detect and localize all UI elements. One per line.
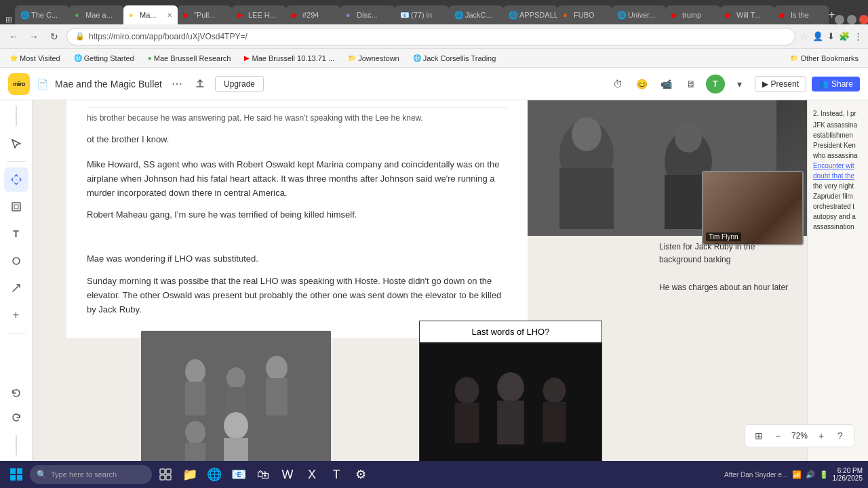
address-bar[interactable]: 🔒 https://miro.com/app/board/uXjVOsd4TPY… [66, 28, 795, 45]
mae-brussell-icon: ● [148, 54, 152, 62]
avatar-dropdown-icon[interactable]: ▾ [730, 75, 749, 94]
text-paragraph-5: Mae was wondering if LHO was substituted… [87, 252, 507, 266]
tab-2[interactable]: ● Mae a... [69, 5, 123, 24]
taskbar-teams[interactable]: T [326, 464, 347, 485]
windows-start-button[interactable] [5, 464, 27, 485]
browser-page-icon: ⊞ [3, 15, 15, 24]
tab-9[interactable]: 🌐 JackC... [449, 5, 503, 24]
tab-3-active[interactable]: ● Ma... ✕ [123, 5, 178, 24]
other-bookmarks[interactable]: 📁 Other Bookmarks [786, 53, 863, 64]
forward-button[interactable]: → [26, 28, 42, 45]
bookmark-star-icon[interactable]: ☆ [800, 31, 808, 42]
back-button[interactable]: ← [5, 28, 22, 45]
miro-app: miro 📄 Mae and the Magic Bullet ⋯ Upgrad… [0, 68, 868, 461]
fit-to-screen-button[interactable]: ⊞ [751, 428, 767, 444]
bookmark-most-visited[interactable]: ⭐ Most Visited [5, 53, 64, 64]
tab-14[interactable]: ▶ Will T... [720, 5, 774, 24]
taskbar-explorer[interactable]: 📁 [179, 464, 201, 485]
bookmark-mae-brussell-research[interactable]: ● Mae Brussell Research [144, 53, 235, 64]
tab-10[interactable]: 🌐 APPSDALL [503, 5, 557, 24]
far-right-line2: establishmen [813, 130, 863, 140]
tab-4-label: "Pull... [194, 11, 215, 19]
video-call-icon[interactable]: 📹 [657, 75, 676, 94]
downloads-icon[interactable]: ⬇ [827, 31, 835, 41]
taskbar-search[interactable]: 🔍 Type here to search [30, 465, 152, 484]
profile-icon[interactable]: 👤 [812, 31, 823, 41]
miro-menu-dots[interactable]: ⋯ [169, 75, 185, 93]
bookmark-jack-corsellis[interactable]: 🌐 Jack Corsellis Trading [409, 53, 500, 64]
tab-1[interactable]: 🌐 The C... [15, 5, 69, 24]
tab-4[interactable]: ▶ "Pull... [178, 5, 232, 24]
browser-toolbar: ← → ↻ 🔒 https://miro.com/app/board/uXjVO… [0, 24, 868, 49]
taskbar-store[interactable]: 🛍 [252, 464, 274, 485]
far-right-line9: assassination [813, 222, 863, 232]
tab-11[interactable]: ● FUBO [557, 5, 612, 24]
tab-12[interactable]: 🌐 Univer... [612, 5, 666, 24]
taskbar-word[interactable]: W [277, 464, 298, 485]
far-right-line3: President Ken [813, 140, 863, 150]
encounter-link2[interactable]: doubt that the [813, 171, 863, 181]
timer-icon[interactable]: ⏱ [608, 75, 627, 94]
reload-button[interactable]: ↻ [46, 28, 62, 45]
tab-13[interactable]: ▶ trump [666, 5, 720, 24]
svg-rect-30 [420, 344, 601, 461]
menu-icon[interactable]: ⋮ [854, 31, 863, 41]
taskbar-app2[interactable]: ⚙ [350, 464, 372, 485]
close-button[interactable] [859, 15, 868, 24]
new-tab-button[interactable]: + [829, 5, 835, 24]
sidebar-frames-tool[interactable] [4, 195, 28, 219]
taskbar-edge[interactable]: 🌐 [203, 464, 225, 485]
screen-share-icon[interactable]: 🖥 [682, 75, 701, 94]
tab-7[interactable]: ● Disc... [340, 5, 395, 24]
upgrade-button[interactable]: Upgrade [215, 76, 264, 92]
bookmark-getting-started[interactable]: 🌐 Getting Started [70, 53, 138, 64]
far-right-line1: JFK assassina [813, 120, 863, 130]
tab-2-label: Mae a... [85, 11, 113, 19]
bookmark-jownestown[interactable]: 📁 Jownestown [344, 53, 403, 64]
upload-icon[interactable] [192, 76, 208, 92]
task-view-icon [159, 468, 172, 481]
encounter-link[interactable]: Encounter wit [813, 161, 863, 171]
reactions-icon[interactable]: 😊 [633, 75, 652, 94]
far-right-line6: Zapruder film [813, 191, 863, 201]
last-words-video[interactable]: ▶ [420, 343, 601, 461]
zoom-out-button[interactable]: − [770, 428, 786, 444]
text-paragraph-0: his brother because he was answering pat… [87, 107, 507, 125]
taskbar-excel[interactable]: X [301, 464, 323, 485]
tab-3-close-icon[interactable]: ✕ [167, 12, 172, 19]
tab-15[interactable]: ▶ Is the [774, 5, 829, 24]
taskbar-mail[interactable]: 📧 [228, 464, 250, 485]
sidebar-undo-tool[interactable] [4, 381, 28, 405]
tab-5[interactable]: ▶ LEE H... [232, 5, 286, 24]
sidebar-plus-tool[interactable]: + [4, 303, 28, 327]
tab-8[interactable]: 📧 (77) in [395, 5, 449, 24]
taskbar-clock[interactable]: 6:20 PM 1/26/2025 [833, 467, 863, 482]
svg-rect-38 [166, 475, 171, 480]
oswald-image-content [141, 331, 331, 461]
tab-14-label: Will T... [736, 11, 760, 19]
miro-topbar-right: ⏱ 😊 📹 🖥 T ▾ ▶ Present 👥 Share [608, 75, 860, 94]
sidebar-shapes-tool[interactable] [4, 249, 28, 273]
minimize-button[interactable] [835, 15, 844, 24]
present-button[interactable]: ▶ Present [755, 76, 806, 92]
bookmark-mae-brussell-video[interactable]: ▶ Mae Brussell 10.13.71 ... [240, 53, 338, 64]
user-avatar[interactable]: T [706, 75, 725, 94]
sidebar-connectors-tool[interactable] [4, 276, 28, 300]
sidebar-cursor-tool[interactable] [4, 131, 28, 156]
tab-4-favicon: ▶ [183, 11, 191, 19]
other-bookmarks-label: Other Bookmarks [800, 54, 859, 62]
sidebar-move-tool[interactable] [4, 167, 28, 192]
help-button[interactable]: ? [832, 428, 848, 444]
extensions-icon[interactable]: 🧩 [839, 31, 850, 41]
tab-6[interactable]: ▶ #294 [286, 5, 340, 24]
zoom-in-button[interactable]: + [813, 428, 829, 444]
getting-started-icon: 🌐 [74, 54, 82, 62]
share-button[interactable]: 👥 Share [812, 77, 860, 92]
miro-canvas[interactable]: Tim Flynn his brother because he was ans… [33, 100, 868, 461]
taskbar-notification-text: After Dan Snyder e... [724, 471, 787, 479]
sidebar-redo-tool[interactable] [4, 405, 28, 430]
taskbar-task-view[interactable] [155, 464, 176, 485]
maximize-button[interactable] [847, 15, 856, 24]
sidebar-text-tool[interactable]: T [4, 222, 28, 246]
taskbar-search-placeholder: Type here to search [51, 470, 117, 479]
